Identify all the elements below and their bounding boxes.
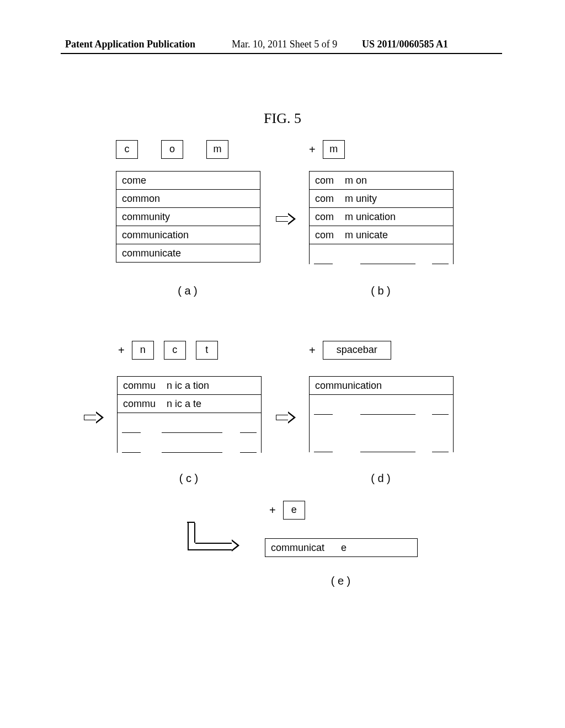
header-pub-number: US 2011/0060585 A1 (362, 39, 448, 50)
key-m: m (206, 140, 228, 159)
panel-a-label: ( a ) (116, 285, 259, 297)
key-m: m (323, 140, 345, 159)
key-o: o (161, 140, 183, 159)
down-right-arrow-icon (188, 523, 243, 553)
list-item-empty (118, 433, 261, 453)
key-t: t (196, 341, 218, 360)
panel-d-list: communication (309, 376, 454, 452)
panel-c-label: ( c ) (117, 472, 260, 485)
key-e: e (283, 501, 305, 520)
key-c: c (164, 341, 186, 360)
list-item: communicate (116, 244, 260, 263)
key-c: c (116, 140, 138, 159)
panel-c-keys: + n c t (118, 341, 219, 360)
list-item: com m unity (310, 190, 453, 208)
arrow-icon (84, 413, 105, 425)
panel-d-label: ( d ) (309, 472, 452, 485)
plus-icon: + (309, 344, 316, 357)
list-item: communication (116, 226, 260, 244)
panel-a-list: come common community communication comm… (116, 171, 260, 263)
header-date-sheet: Mar. 10, 2011 Sheet 5 of 9 (232, 39, 337, 50)
list-item: com m unication (310, 208, 453, 226)
panel-e-keys: + e (269, 501, 306, 520)
plus-icon: + (269, 504, 276, 517)
list-item: com m unicate (310, 226, 453, 244)
list-item-empty (310, 395, 453, 415)
key-n: n (132, 341, 154, 360)
plus-icon: + (309, 143, 316, 156)
list-item-empty (310, 432, 453, 452)
header-publication: Patent Application Publication (65, 39, 195, 50)
list-item: commu n ic a te (118, 395, 261, 413)
figure-title: FIG. 5 (0, 110, 565, 127)
list-item-empty (310, 244, 453, 264)
panel-b-keys: + m (309, 140, 346, 159)
key-spacebar: spacebar (323, 341, 391, 360)
panel-d-keys: + spacebar (309, 341, 392, 360)
panel-e-label: ( e ) (265, 575, 417, 587)
arrow-icon (276, 413, 297, 425)
panel-c-list: commu n ic a tion commu n ic a te (117, 376, 262, 453)
list-item: commu n ic a tion (118, 377, 261, 395)
panel-b-label: ( b ) (309, 285, 452, 297)
list-item: come (116, 172, 260, 190)
list-item: communication (310, 377, 453, 395)
panel-a-keys: c o m (116, 140, 230, 159)
panel-e-result: communicat e (265, 538, 418, 557)
list-item-empty (118, 413, 261, 433)
list-item: community (116, 208, 260, 226)
panel-b-list: com m on com m unity com m unication com… (309, 171, 454, 264)
arrow-icon (276, 214, 297, 227)
list-item: com m on (310, 172, 453, 190)
text: commu n ic a tion (123, 380, 209, 391)
list-gap (310, 415, 453, 432)
plus-icon: + (118, 344, 125, 357)
text: commu n ic a te (123, 398, 201, 409)
header-rule (61, 53, 502, 54)
list-item: common (116, 190, 260, 208)
